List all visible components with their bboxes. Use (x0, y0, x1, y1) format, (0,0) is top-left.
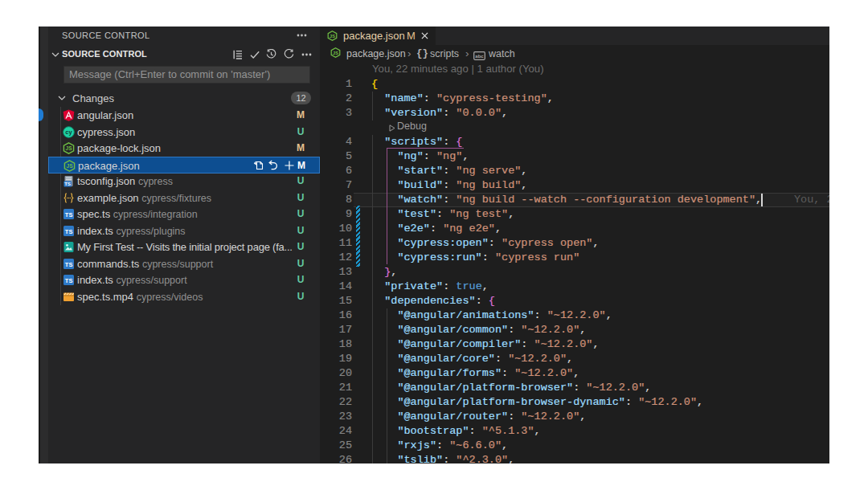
svg-text:TS: TS (65, 211, 73, 218)
svg-text:abc: abc (475, 54, 484, 59)
svg-text:JS: JS (66, 145, 73, 151)
svg-text:TS: TS (65, 228, 73, 235)
svg-text:TS: TS (64, 182, 71, 186)
svg-text:cy: cy (65, 129, 72, 136)
svg-text:JS: JS (67, 163, 74, 169)
svg-text:JS: JS (333, 51, 338, 55)
svg-text:TS: TS (65, 261, 73, 268)
svg-text:TS: TS (65, 277, 73, 284)
svg-text:JS: JS (330, 34, 335, 39)
